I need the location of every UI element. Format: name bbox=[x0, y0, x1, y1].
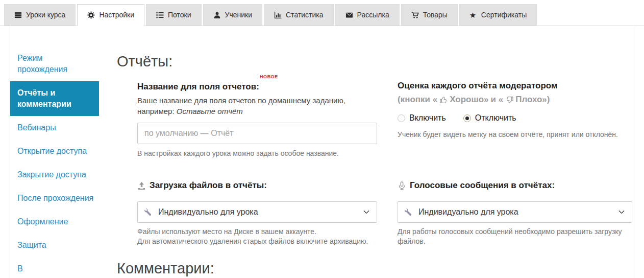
sidebar-item-protection[interactable]: Защита bbox=[10, 234, 99, 257]
tab-streams[interactable]: Потоки bbox=[146, 4, 202, 26]
file-upload-help-line1: Файлы используют место на Диске в вашем … bbox=[137, 227, 377, 237]
wrench-icon bbox=[144, 208, 153, 217]
chevron-down-icon bbox=[618, 210, 625, 214]
person-icon bbox=[213, 11, 221, 19]
file-upload-help-line2: Для автоматического удаления старых файл… bbox=[137, 237, 377, 246]
new-badge: НОВОЕ bbox=[260, 74, 377, 80]
sidebar-item-appearance[interactable]: Оформление bbox=[10, 210, 99, 234]
comments-heading: Комментарии: bbox=[117, 260, 634, 277]
reports-heading: Отчёты: bbox=[117, 53, 634, 70]
file-upload-select-value: Индивидуально для урока bbox=[158, 207, 258, 217]
microphone-icon bbox=[398, 181, 406, 190]
tab-students[interactable]: Ученики bbox=[203, 4, 262, 26]
report-field-name-input[interactable] bbox=[137, 123, 377, 144]
thumbs-down-icon bbox=[506, 96, 513, 104]
radio-enable-label: Включить bbox=[409, 113, 446, 123]
tab-label: Сертификаты bbox=[481, 11, 527, 19]
report-field-name-title: Название для поля отчетов: bbox=[137, 81, 377, 92]
subtitle-part-2: и « bbox=[491, 94, 504, 105]
tab-label: Потоки bbox=[168, 11, 191, 19]
tab-label: Уроки курса bbox=[26, 11, 65, 19]
sidebar-item-clipped[interactable]: В bbox=[10, 257, 99, 278]
settings-sidebar: Режим прохождения Отчёты и комментарии В… bbox=[10, 26, 99, 278]
voice-messages-head: Голосовые сообщения в отчётах: bbox=[398, 180, 632, 191]
moderation-title: Оценка каждого отчёта модератором bbox=[398, 80, 632, 91]
wrench-icon bbox=[404, 208, 413, 217]
file-upload-select[interactable]: Индивидуально для урока bbox=[137, 201, 377, 223]
lessons-icon bbox=[14, 11, 22, 19]
tab-label: Настройки bbox=[99, 11, 134, 19]
thumbs-up-icon bbox=[440, 96, 448, 104]
sidebar-item-pass-mode[interactable]: Режим прохождения bbox=[10, 47, 99, 81]
file-upload-head: Загрузка файлов в отчёты: bbox=[137, 180, 377, 191]
star-icon: ★ bbox=[469, 11, 477, 19]
file-upload-block: Загрузка файлов в отчёты: Индивидуально … bbox=[137, 180, 377, 246]
cart-icon bbox=[411, 11, 419, 19]
chevron-down-icon bbox=[363, 210, 369, 214]
tab-course-lessons[interactable]: Уроки курса bbox=[4, 4, 76, 26]
voice-messages-title: Голосовые сообщения в отчётах: bbox=[410, 180, 555, 191]
moderation-block: Оценка каждого отчёта модератором (кнопк… bbox=[398, 74, 632, 177]
gear-icon bbox=[87, 11, 95, 19]
desc-example: Оставьте отчёт bbox=[177, 107, 243, 115]
radio-disable-label: Отключить bbox=[475, 113, 516, 123]
tab-mailing[interactable]: Рассылка bbox=[335, 4, 400, 26]
report-field-name-block: НОВОЕ Название для поля отчетов: Ваше на… bbox=[137, 74, 377, 177]
subtitle-bad-label: Плохо») bbox=[515, 94, 550, 105]
sidebar-item-reports-comments[interactable]: Отчёты и комментарии bbox=[10, 81, 99, 116]
tab-label: Товары bbox=[423, 11, 448, 19]
tab-products[interactable]: Товары bbox=[401, 4, 458, 26]
tab-statistics[interactable]: Статистика bbox=[264, 4, 334, 26]
voice-messages-block: Голосовые сообщения в отчётах: Индивидуа… bbox=[398, 180, 632, 246]
radio-option-enable[interactable]: Включить bbox=[398, 113, 446, 123]
radio-option-disable[interactable]: Отключить bbox=[463, 113, 516, 123]
upload-icon bbox=[137, 181, 146, 190]
desc-line-2: например: Оставьте отчёт bbox=[137, 106, 377, 117]
sidebar-item-access-open[interactable]: Открытие доступа bbox=[10, 140, 99, 163]
voice-messages-select-value: Индивидуально для урока bbox=[418, 207, 518, 217]
sidebar-item-webinars[interactable]: Вебинары bbox=[10, 116, 99, 140]
moderation-radios: Включить Отключить bbox=[398, 113, 632, 123]
settings-panel: Режим прохождения Отчёты и комментарии В… bbox=[10, 26, 634, 278]
top-tab-bar: Уроки курса Настройки Потоки bbox=[0, 0, 644, 26]
subtitle-part-1: (кнопки « bbox=[398, 94, 437, 105]
report-field-name-desc: Ваше название для поля отчетов по домашн… bbox=[137, 95, 377, 117]
moderation-subtitle: (кнопки « Хорошо» и « bbox=[398, 94, 632, 105]
voice-messages-help: Для работы голосовых сообщений необходим… bbox=[398, 227, 632, 246]
course-settings-page: Уроки курса Настройки Потоки bbox=[0, 0, 644, 278]
ordered-list-icon bbox=[156, 11, 164, 19]
sidebar-item-access-close[interactable]: Закрытие доступа bbox=[10, 163, 99, 187]
radio-disable-circle[interactable] bbox=[463, 114, 471, 122]
tab-label: Рассылка bbox=[357, 11, 389, 19]
moderation-help: Ученик будет видеть метку на своем отчёт… bbox=[398, 130, 632, 140]
subtitle-good-label: Хорошо» bbox=[450, 94, 488, 105]
sidebar-item-after-pass[interactable]: После прохождения bbox=[10, 187, 99, 210]
file-upload-help: Файлы используют место на Диске в вашем … bbox=[137, 227, 377, 246]
voice-messages-select[interactable]: Индивидуально для урока bbox=[398, 201, 632, 223]
envelope-icon bbox=[345, 11, 353, 19]
radio-enable-circle[interactable] bbox=[398, 114, 405, 122]
desc-line-1: Ваше название для поля отчетов по домашн… bbox=[137, 95, 377, 106]
tab-settings[interactable]: Настройки bbox=[77, 4, 144, 26]
settings-main: Отчёты: НОВОЕ Название для поля отчетов:… bbox=[99, 26, 634, 278]
tab-certificates[interactable]: ★ Сертификаты bbox=[459, 4, 537, 26]
report-field-name-help: В настройках каждого урока можно задать … bbox=[137, 149, 377, 158]
tab-label: Ученики bbox=[225, 11, 252, 19]
bar-chart-icon bbox=[274, 11, 282, 19]
reports-grid: НОВОЕ Название для поля отчетов: Ваше на… bbox=[137, 74, 634, 246]
file-upload-title: Загрузка файлов в отчёты: bbox=[150, 180, 267, 191]
tab-label: Статистика bbox=[286, 11, 324, 19]
